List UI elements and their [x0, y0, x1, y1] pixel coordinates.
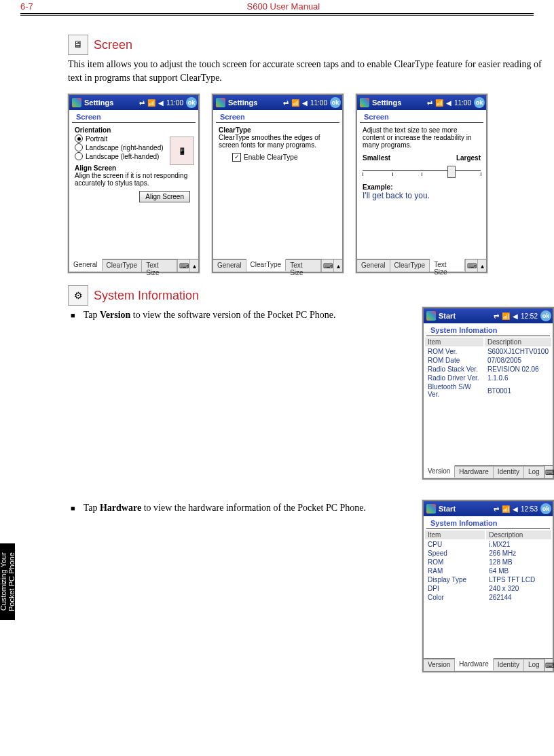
panel-title: Screen	[216, 110, 339, 123]
sound-icon: ◀	[158, 99, 164, 107]
signal-icon: 📶	[147, 99, 155, 107]
text-size-slider[interactable]	[363, 164, 481, 178]
tab-identity[interactable]: Identity	[494, 659, 524, 671]
clock-text: 11:00	[454, 99, 471, 107]
tab-identity[interactable]: Identity	[494, 466, 524, 478]
tab-bar: Version Hardware Identity Log ⌨ ▴	[424, 465, 553, 478]
screenshot-screen-textsize: Settings ⇄ 📶 ◀ 11:00 ok Screen Adjust th…	[356, 94, 487, 273]
clock-text: 11:00	[310, 99, 327, 107]
table-row: Radio Stack Ver.REVISION 02.06	[425, 365, 551, 373]
screenshot-sysinfo-hardware: Start ⇄ 📶 ◀ 12:53 ok System Infomation I…	[422, 500, 554, 672]
sound-icon: ◀	[446, 99, 451, 107]
window-title: Start	[439, 312, 491, 320]
screen-icon: 🖥	[68, 35, 88, 55]
titlebar: Settings ⇄ 📶 ◀ 11:00 ok	[69, 95, 198, 110]
start-icon	[426, 311, 436, 321]
tab-version[interactable]: Version	[424, 659, 455, 671]
up-arrow-icon[interactable]: ▴	[333, 259, 342, 272]
signal-icon: 📶	[502, 312, 510, 320]
keyboard-icon[interactable]: ⌨	[321, 259, 333, 272]
start-icon	[216, 98, 225, 107]
table-row: ROM Ver.S600XJ1CHTV0100	[425, 348, 551, 355]
smallest-label: Smallest	[363, 154, 390, 162]
screenshot-sysinfo-version: Start ⇄ 📶 ◀ 12:52 ok System Infomation I…	[422, 307, 554, 480]
section-screen-heading: 🖥 Screen	[68, 35, 554, 55]
connectivity-icon: ⇄	[283, 99, 289, 107]
tab-hardware[interactable]: Hardware	[455, 466, 493, 478]
section-sysinfo-title: System Information	[94, 289, 199, 303]
section-sysinfo-heading: ⚙ System Information	[68, 285, 554, 306]
tab-log[interactable]: Log	[524, 659, 544, 671]
ok-button[interactable]: ok	[540, 503, 551, 514]
titlebar: Start ⇄ 📶 ◀ 12:53 ok	[424, 501, 553, 516]
bullet-hardware: ■ Tap Hardware to view the hardware info…	[68, 501, 409, 515]
table-row: RAM64 MB	[425, 567, 551, 575]
doc-title: S600 User Manual	[33, 1, 534, 12]
example-heading: Example:	[363, 183, 481, 191]
titlebar: Settings ⇄ 📶 ◀ 11:00 ok	[357, 95, 486, 110]
panel-title: System Infomation	[426, 516, 550, 529]
enable-cleartype-checkbox[interactable]: ✓Enable ClearType	[232, 153, 337, 162]
table-row: Display TypeLTPS TFT LCD	[425, 576, 551, 583]
textsize-desc: Adjust the text size to see more content…	[363, 126, 481, 149]
table-row: Bluetooth S/W Ver.BT0001	[425, 383, 551, 398]
start-icon	[360, 98, 369, 107]
panel-title: Screen	[72, 110, 196, 123]
tab-general[interactable]: General	[213, 259, 246, 272]
tab-text-size[interactable]: Text Size	[286, 259, 321, 272]
table-row: ROM Date07/08/2005	[425, 357, 551, 364]
clock-text: 12:52	[521, 312, 538, 320]
connectivity-icon: ⇄	[494, 505, 499, 513]
table-row: ROM128 MB	[425, 558, 551, 566]
tab-cleartype[interactable]: ClearType	[246, 259, 287, 271]
table-row: Radio Driver Ver.1.1.0.6	[425, 374, 551, 382]
section-screen-intro: This item allows you to adjust the touch…	[68, 58, 554, 84]
start-icon	[426, 504, 436, 514]
up-arrow-icon[interactable]: ▴	[477, 259, 486, 272]
window-title: Settings	[372, 98, 424, 107]
clock-text: 11:00	[166, 99, 183, 107]
table-row: Speed266 MHz	[425, 550, 551, 557]
tab-cleartype[interactable]: ClearType	[103, 259, 143, 272]
up-arrow-icon[interactable]: ▴	[189, 259, 198, 272]
tab-version[interactable]: Version	[424, 465, 455, 478]
col-item: Item	[425, 338, 483, 346]
tab-text-size[interactable]: Text Size	[142, 259, 177, 272]
signal-icon: 📶	[502, 505, 510, 513]
ok-button[interactable]: ok	[474, 97, 485, 108]
align-screen-button[interactable]: Align Screen	[139, 191, 190, 202]
keyboard-icon[interactable]: ⌨	[177, 259, 189, 272]
sound-icon: ◀	[513, 505, 518, 513]
start-icon	[72, 98, 81, 107]
ok-button[interactable]: ok	[540, 310, 551, 321]
hardware-table: ItemDescription CPUi.MX21 Speed266 MHz R…	[424, 529, 553, 602]
titlebar: Start ⇄ 📶 ◀ 12:52 ok	[424, 308, 553, 323]
keyboard-icon[interactable]: ⌨	[465, 259, 477, 272]
tab-bar: General ClearType Text Size ⌨ ▴	[69, 259, 198, 272]
sound-icon: ◀	[302, 99, 308, 107]
tab-text-size[interactable]: Text Size	[430, 259, 465, 271]
window-title: Settings	[84, 98, 136, 107]
orientation-heading: Orientation	[75, 126, 193, 134]
keyboard-icon[interactable]: ⌨	[544, 659, 554, 671]
tab-hardware[interactable]: Hardware	[455, 658, 493, 670]
tab-cleartype[interactable]: ClearType	[390, 259, 430, 272]
signal-icon: 📶	[435, 99, 443, 107]
ok-button[interactable]: ok	[330, 97, 341, 108]
ok-button[interactable]: ok	[186, 97, 197, 108]
signal-icon: 📶	[291, 99, 299, 107]
connectivity-icon: ⇄	[139, 99, 145, 107]
page-header: 6-7 S600 User Manual	[0, 0, 554, 13]
keyboard-icon[interactable]: ⌨	[544, 466, 554, 478]
tab-general[interactable]: General	[357, 259, 390, 272]
connectivity-icon: ⇄	[494, 312, 499, 320]
tab-general[interactable]: General	[69, 259, 103, 271]
col-item: Item	[425, 530, 485, 539]
table-row: Color262144	[425, 594, 551, 601]
chapter-tab: Customizing Your Pocket PC Phone	[0, 543, 15, 620]
window-title: Settings	[228, 98, 280, 107]
panel-title: Screen	[360, 110, 483, 123]
cleartype-heading: ClearType	[219, 126, 337, 134]
titlebar: Settings ⇄ 📶 ◀ 11:00 ok	[213, 95, 342, 110]
tab-log[interactable]: Log	[524, 466, 544, 478]
